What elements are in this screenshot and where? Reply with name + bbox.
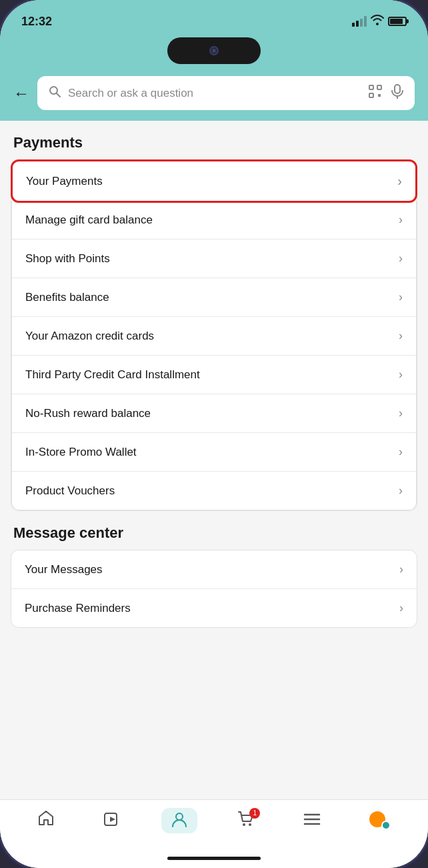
home-icon <box>37 809 55 831</box>
shop-with-points-chevron: › <box>399 252 403 266</box>
manage-gift-card-label: Manage gift card balance <box>25 213 153 227</box>
purchase-reminders-item[interactable]: Purchase Reminders › <box>11 589 417 627</box>
cart-icon: 1 <box>237 811 255 831</box>
benefits-balance-chevron: › <box>399 290 403 304</box>
svg-marker-9 <box>110 817 115 822</box>
tab-cart[interactable]: 1 <box>229 808 263 833</box>
menu-icon <box>303 810 321 831</box>
svg-rect-3 <box>377 85 381 89</box>
svg-point-11 <box>243 823 245 826</box>
status-icons <box>352 15 407 28</box>
battery-icon <box>388 17 407 26</box>
message-center-card: Your Messages › Purchase Reminders › <box>11 550 417 628</box>
dynamic-island <box>167 37 261 64</box>
cart-badge: 1 <box>249 808 260 819</box>
svg-rect-6 <box>395 85 400 93</box>
in-store-promo-item[interactable]: In-Store Promo Wallet › <box>12 433 416 472</box>
amazon-credit-cards-item[interactable]: Your Amazon credit cards › <box>12 317 416 356</box>
search-area: ← Search or ask a question <box>0 71 428 121</box>
search-placeholder: Search or ask a question <box>68 87 361 100</box>
signal-icon <box>352 16 367 27</box>
manage-gift-card-item[interactable]: Manage gift card balance › <box>12 201 416 240</box>
product-vouchers-chevron: › <box>399 484 403 498</box>
tab-menu[interactable] <box>295 807 329 833</box>
svg-line-1 <box>57 93 60 97</box>
no-rush-reward-label: No-Rush reward balance <box>25 407 151 420</box>
search-icon <box>48 85 61 101</box>
third-party-credit-chevron: › <box>399 368 403 382</box>
your-messages-item[interactable]: Your Messages › <box>11 550 417 589</box>
product-vouchers-item[interactable]: Product Vouchers › <box>12 472 416 510</box>
back-button[interactable]: ← <box>13 84 29 103</box>
no-rush-reward-item[interactable]: No-Rush reward balance › <box>12 394 416 433</box>
your-payments-chevron: › <box>397 173 402 189</box>
svg-point-12 <box>249 823 251 826</box>
message-center-section-title: Message center <box>11 524 417 542</box>
microphone-icon[interactable] <box>391 84 404 102</box>
svg-point-10 <box>176 813 183 820</box>
tab-home[interactable] <box>29 807 63 834</box>
svg-rect-5 <box>378 94 381 97</box>
svg-rect-2 <box>369 85 373 89</box>
purchase-reminders-chevron: › <box>399 601 403 615</box>
in-store-promo-chevron: › <box>399 445 403 459</box>
your-messages-label: Your Messages <box>25 563 103 576</box>
third-party-credit-label: Third Party Credit Card Installment <box>25 368 200 382</box>
account-icon <box>171 811 188 831</box>
shop-with-points-label: Shop with Points <box>25 252 110 266</box>
tab-avatar[interactable] <box>361 809 399 833</box>
dynamic-island-area <box>0 37 428 71</box>
phone-frame: 12:32 <box>0 0 428 868</box>
home-indicator-area <box>0 854 428 868</box>
video-icon <box>103 811 121 831</box>
home-indicator <box>167 857 261 860</box>
amazon-credit-cards-label: Your Amazon credit cards <box>25 330 154 343</box>
your-payments-item[interactable]: Your Payments › <box>11 159 417 203</box>
manage-gift-card-chevron: › <box>399 213 403 227</box>
avatar-icon <box>369 811 391 830</box>
phone-inner: 12:32 <box>0 0 428 868</box>
your-payments-label: Your Payments <box>26 175 103 188</box>
amazon-credit-cards-chevron: › <box>399 329 403 343</box>
shop-with-points-item[interactable]: Shop with Points › <box>12 240 416 278</box>
svg-rect-4 <box>369 93 373 97</box>
payments-other-items: Manage gift card balance › Shop with Poi… <box>11 201 417 510</box>
third-party-credit-item[interactable]: Third Party Credit Card Installment › <box>12 356 416 394</box>
purchase-reminders-label: Purchase Reminders <box>25 602 131 615</box>
search-bar[interactable]: Search or ask a question <box>37 76 415 110</box>
in-store-promo-label: In-Store Promo Wallet <box>25 446 137 459</box>
status-bar: 12:32 <box>0 0 428 37</box>
product-vouchers-label: Product Vouchers <box>25 484 115 498</box>
payments-section-title: Payments <box>11 134 417 151</box>
status-time: 12:32 <box>21 15 52 29</box>
benefits-balance-item[interactable]: Benefits balance › <box>12 278 416 317</box>
wifi-icon <box>371 15 384 28</box>
main-content: Payments Your Payments › Manage gift car… <box>0 121 428 799</box>
benefits-balance-label: Benefits balance <box>25 291 109 304</box>
tab-video[interactable] <box>95 808 129 833</box>
scan-icon[interactable] <box>368 84 383 102</box>
front-camera <box>209 46 219 55</box>
search-right-icons <box>368 84 404 102</box>
no-rush-reward-chevron: › <box>399 406 403 420</box>
tab-account[interactable] <box>161 808 197 833</box>
your-messages-chevron: › <box>399 562 403 576</box>
tab-bar: 1 <box>0 799 428 854</box>
payments-card: Your Payments › Manage gift card balance… <box>11 159 417 511</box>
